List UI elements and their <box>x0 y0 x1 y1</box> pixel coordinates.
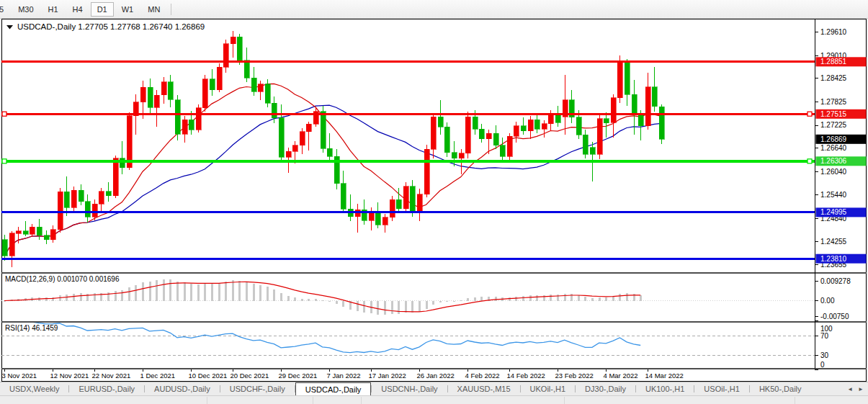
price-tick-label: 1.24255 <box>820 238 847 246</box>
price-tick-label: 1.27825 <box>820 98 847 106</box>
tab-usoil-h1[interactable]: USOil-,H1 <box>694 382 749 395</box>
macd-bar <box>100 293 102 301</box>
macd-bar <box>599 297 601 300</box>
tab-scroll-left-icon[interactable]: ◄ <box>847 386 853 392</box>
macd-bar <box>419 301 421 312</box>
macd-bar <box>301 299 303 301</box>
chart-frame <box>2 19 867 382</box>
macd-bar <box>176 282 179 301</box>
date-tick-label: 1 Dec 2021 <box>140 372 176 380</box>
macd-bar <box>446 301 448 302</box>
date-tick-label: 4 Mar 2022 <box>604 372 638 380</box>
status-bar <box>0 395 868 404</box>
macd-bar <box>391 301 393 315</box>
timeframe-button-mn[interactable]: MN <box>141 2 166 17</box>
candle-body <box>486 133 491 139</box>
tab-hk50-daily[interactable]: HK50-,Daily <box>750 382 811 395</box>
macd-bar <box>411 301 413 313</box>
macd-bar <box>197 284 200 301</box>
macd-bar <box>432 301 434 305</box>
macd-tick-label: -0.00750 <box>820 313 849 320</box>
candle-body <box>321 112 326 149</box>
candle-body <box>23 231 28 234</box>
date-tick-label: 4 Feb 2022 <box>465 372 500 380</box>
candle-body <box>58 192 63 229</box>
tab-usdcnh-daily[interactable]: USDCNH-,Daily <box>372 382 447 395</box>
tab-xauusd-m15[interactable]: XAUUSD-,M15 <box>448 382 520 395</box>
macd-bar <box>156 280 158 300</box>
macd-bar <box>225 282 227 301</box>
macd-bar <box>218 283 220 301</box>
price-badge-label: 1.26869 <box>820 135 847 143</box>
macd-bar <box>336 301 338 305</box>
rsi-label: RSI(14) 46.1459 <box>5 324 58 332</box>
date-tick-label: 3 Nov 2021 <box>2 372 37 380</box>
tab-dj30-daily[interactable]: DJ30-,Daily <box>576 382 635 395</box>
candle-body <box>79 190 84 201</box>
timeframe-button-h4[interactable]: H4 <box>66 2 89 17</box>
price-tick-label: 1.28425 <box>820 74 847 82</box>
macd-bar <box>204 284 206 301</box>
chart-title: USDCAD-,Daily 1.27705 1.27768 1.26740 1.… <box>17 22 205 31</box>
candle-body <box>231 37 236 44</box>
candle-body <box>500 145 505 156</box>
candle-body <box>583 135 588 154</box>
tab-scroll-right-icon[interactable]: ► <box>858 386 864 392</box>
tab-usdx-weekly[interactable]: USDX,Weekly <box>0 382 68 395</box>
candle-body <box>638 115 643 126</box>
candle-body <box>375 212 380 225</box>
timeframe-button-d1[interactable]: D1 <box>91 2 114 17</box>
candle-body <box>127 116 132 168</box>
tab-usdchf-daily[interactable]: USDCHF-,Daily <box>220 382 295 395</box>
macd-bar <box>232 280 234 301</box>
tab-uk100-h1[interactable]: UK100-,H1 <box>636 382 694 395</box>
candle-body <box>265 84 270 104</box>
candle-body <box>424 149 429 194</box>
candle-body <box>244 60 249 78</box>
line-handle[interactable] <box>2 112 6 116</box>
date-tick-label: 14 Feb 2022 <box>507 372 545 380</box>
candle-body <box>9 233 14 256</box>
macd-bar <box>184 282 186 301</box>
timeframe-button-h1[interactable]: H1 <box>42 2 65 17</box>
macd-bar <box>115 291 117 301</box>
macd-bar <box>495 297 497 301</box>
candle-body <box>444 127 449 152</box>
candle-body <box>645 87 650 126</box>
macd-bar <box>273 289 275 301</box>
candle-body <box>611 98 616 123</box>
status-pane-divider <box>795 397 795 404</box>
candle-body <box>272 103 277 118</box>
tab-ukoil-h1[interactable]: UKOil-,H1 <box>521 382 576 395</box>
macd-bar <box>142 282 144 301</box>
candle-body <box>30 227 35 234</box>
macd-bar <box>52 297 54 301</box>
macd-bar <box>315 299 317 301</box>
macd-bar <box>253 284 255 301</box>
macd-bar <box>121 290 123 301</box>
macd-bar <box>86 294 89 301</box>
line-handle[interactable] <box>807 112 812 116</box>
timeframe-button-m30[interactable]: M30 <box>12 2 40 17</box>
chart-area[interactable]: USDCAD-,Daily 1.27705 1.27768 1.26740 1.… <box>0 19 868 382</box>
candle-body <box>604 119 609 123</box>
macd-bar <box>426 301 428 309</box>
macd-tick-label: 0.009278 <box>820 277 851 285</box>
macd-bar <box>128 287 130 300</box>
tab-eurusd-daily[interactable]: EURUSD-,Daily <box>69 382 144 395</box>
date-tick-label: 10 Dec 2021 <box>189 372 228 380</box>
timeframe-button-w1[interactable]: W1 <box>115 2 140 17</box>
candle-body <box>382 217 388 225</box>
line-handle[interactable] <box>807 159 812 163</box>
candle-body <box>521 126 526 131</box>
price-badge-label: 1.24995 <box>820 208 847 216</box>
tab-audusd-daily[interactable]: AUDUSD-,Daily <box>145 382 220 395</box>
rsi-tick-label: 0 <box>820 361 825 369</box>
timeframe-button-5[interactable]: 5 <box>0 2 10 17</box>
line-handle[interactable] <box>2 159 6 163</box>
tab-usdcad-daily[interactable]: USDCAD-,Daily <box>295 382 372 395</box>
macd-bar <box>480 297 483 300</box>
date-tick-label: 14 Mar 2022 <box>645 372 684 380</box>
date-tick-label: 17 Jan 2022 <box>369 372 406 380</box>
macd-bar <box>238 281 241 301</box>
